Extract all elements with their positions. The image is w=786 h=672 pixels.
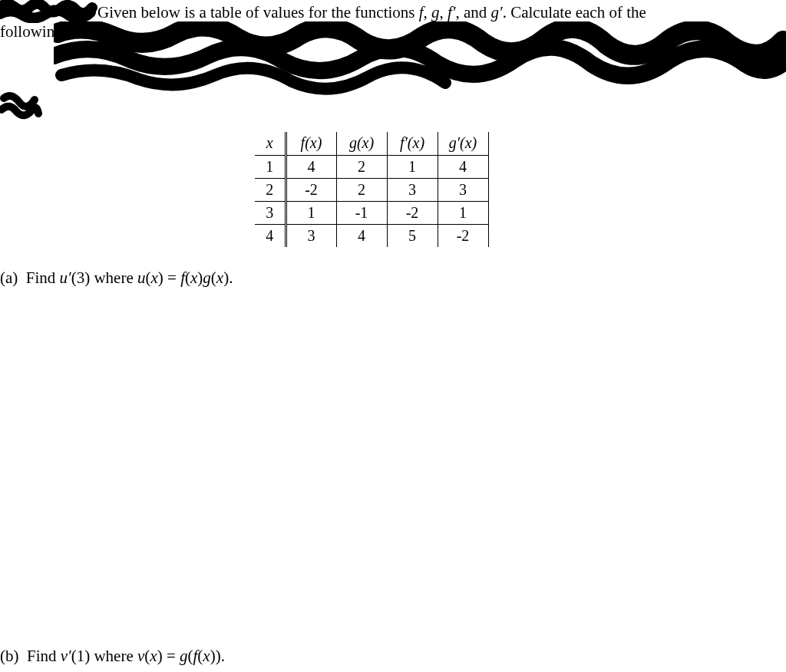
table-row: 2 -2 2 3 3 — [255, 178, 488, 201]
redaction-scribble-left — [0, 91, 42, 121]
intro-text: Given below is a table of values for the… — [97, 3, 646, 22]
redaction-scribble-main — [54, 21, 786, 106]
redaction-scribble-top-left — [0, 0, 100, 23]
table-header-row: x f(x) g(x) f′(x) g′(x) — [255, 132, 488, 155]
table-row: 3 1 -1 -2 1 — [255, 201, 488, 224]
table-row: 4 3 4 5 -2 — [255, 224, 488, 247]
table-row: 1 4 2 1 4 — [255, 155, 488, 178]
function-table: x f(x) g(x) f′(x) g′(x) 1 4 2 1 4 2 -2 2… — [255, 132, 489, 247]
question-b: (b) Find v′(1) where v(x) = g(f(x)). — [0, 647, 225, 666]
question-a: (a) Find u′(3) where u(x) = f(x)g(x). — [0, 268, 233, 288]
